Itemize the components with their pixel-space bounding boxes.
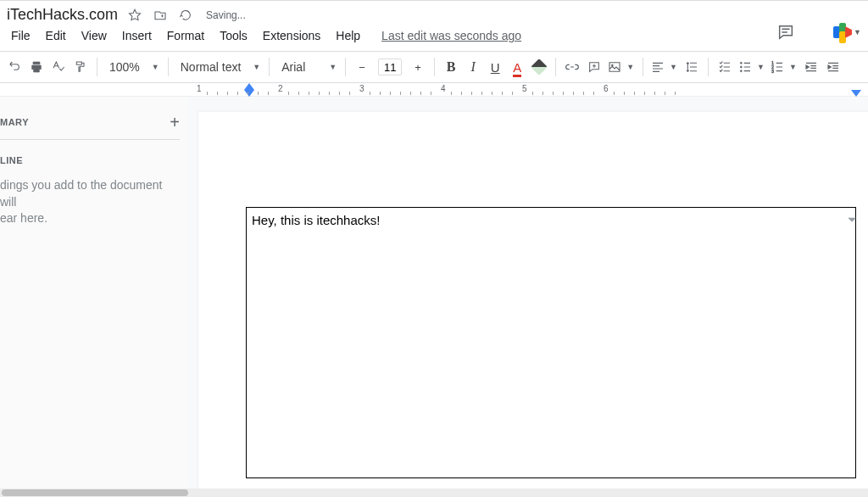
italic-button[interactable]: I bbox=[462, 56, 484, 78]
svg-point-3 bbox=[740, 70, 742, 72]
ruler-number: 5 bbox=[522, 84, 527, 93]
separator bbox=[97, 58, 97, 76]
toolbar: 100%▼ Normal text▼ Arial▼ − 11 + B I U A… bbox=[0, 51, 868, 83]
align-button[interactable]: ▼ bbox=[648, 56, 681, 78]
separator bbox=[434, 58, 435, 76]
ruler-number: 1 bbox=[197, 84, 202, 93]
ruler-number: 3 bbox=[359, 84, 364, 93]
bold-button[interactable]: B bbox=[440, 56, 462, 78]
menu-bar: File Edit View Insert Format Tools Exten… bbox=[0, 25, 868, 51]
ruler-first-line-indent[interactable] bbox=[244, 90, 254, 97]
indent-decrease-button[interactable] bbox=[800, 56, 822, 78]
svg-point-2 bbox=[740, 66, 742, 68]
add-summary-button[interactable]: + bbox=[170, 114, 180, 131]
paint-format-button[interactable] bbox=[70, 56, 92, 78]
outline-heading: LINE bbox=[0, 155, 23, 165]
separator bbox=[643, 58, 643, 76]
chevron-down-icon: ▼ bbox=[854, 28, 861, 36]
highlight-button[interactable] bbox=[528, 56, 550, 78]
svg-point-0 bbox=[611, 64, 613, 66]
undo-button[interactable] bbox=[3, 56, 25, 78]
menu-file[interactable]: File bbox=[3, 25, 38, 46]
svg-point-1 bbox=[740, 62, 742, 64]
bullet-list-button[interactable]: ▼ bbox=[736, 56, 768, 78]
save-status-text: Saving... bbox=[206, 9, 246, 21]
menu-extensions[interactable]: Extensions bbox=[255, 25, 328, 46]
summary-heading: MARY bbox=[0, 117, 29, 127]
ruler-number: 6 bbox=[604, 84, 609, 93]
svg-text:3: 3 bbox=[771, 70, 774, 74]
menu-edit[interactable]: Edit bbox=[38, 25, 74, 46]
meet-icon bbox=[833, 23, 852, 42]
menu-insert[interactable]: Insert bbox=[114, 25, 159, 46]
horizontal-scrollbar[interactable] bbox=[0, 489, 868, 497]
zoom-dropdown[interactable]: 100%▼ bbox=[103, 60, 163, 74]
insert-image-button[interactable]: ▼ bbox=[605, 56, 637, 78]
move-icon[interactable] bbox=[152, 7, 169, 24]
cloud-status-icon bbox=[177, 7, 194, 24]
scrollbar-thumb[interactable] bbox=[2, 489, 188, 496]
separator bbox=[708, 58, 709, 76]
ruler-left-indent[interactable] bbox=[244, 83, 254, 90]
doc-title[interactable]: iTechHacks.com bbox=[7, 6, 118, 24]
ruler-number: 4 bbox=[441, 84, 446, 93]
separator bbox=[555, 58, 556, 76]
last-edit-link[interactable]: Last edit was seconds ago bbox=[381, 29, 521, 42]
page: ◢ Hey, this is itechhacks! bbox=[198, 112, 868, 492]
comments-icon[interactable] bbox=[776, 22, 796, 42]
meet-button[interactable]: ▼ bbox=[833, 23, 861, 42]
add-comment-button[interactable] bbox=[583, 56, 605, 78]
insert-link-button[interactable] bbox=[561, 56, 583, 78]
spellcheck-button[interactable] bbox=[47, 56, 70, 78]
ruler-right-indent[interactable] bbox=[851, 90, 861, 97]
highlighter-icon bbox=[531, 59, 548, 75]
menu-tools[interactable]: Tools bbox=[212, 25, 255, 46]
menu-help[interactable]: Help bbox=[328, 25, 368, 46]
style-dropdown[interactable]: Normal text▼ bbox=[174, 60, 264, 74]
print-button[interactable] bbox=[25, 56, 47, 78]
body-text[interactable]: Hey, this is itechhacks! bbox=[252, 213, 850, 227]
separator bbox=[168, 58, 169, 76]
separator bbox=[269, 58, 270, 76]
font-size-decrease[interactable]: − bbox=[351, 56, 373, 78]
font-size-increase[interactable]: + bbox=[407, 56, 429, 78]
text-box[interactable]: ◢ Hey, this is itechhacks! bbox=[246, 207, 856, 478]
outline-sidebar: MARY + LINE dings you add to the documen… bbox=[0, 97, 188, 492]
document-canvas[interactable]: ◢ Hey, this is itechhacks! bbox=[188, 97, 868, 492]
text-color-button[interactable]: A bbox=[506, 56, 528, 78]
ruler-number: 2 bbox=[278, 84, 283, 93]
checklist-button[interactable] bbox=[714, 56, 736, 78]
outline-empty-text: dings you add to the document will ear h… bbox=[0, 177, 180, 227]
font-size-input[interactable]: 11 bbox=[378, 59, 402, 75]
line-spacing-button[interactable] bbox=[681, 56, 703, 78]
indent-increase-button[interactable] bbox=[822, 56, 844, 78]
underline-button[interactable]: U bbox=[484, 56, 506, 78]
star-icon[interactable] bbox=[126, 7, 143, 24]
separator bbox=[345, 58, 346, 76]
ruler[interactable]: 123456 bbox=[0, 83, 868, 97]
menu-format[interactable]: Format bbox=[159, 25, 212, 46]
numbered-list-button[interactable]: 123▼ bbox=[768, 56, 800, 78]
menu-view[interactable]: View bbox=[74, 25, 114, 46]
font-dropdown[interactable]: Arial▼ bbox=[275, 60, 340, 74]
